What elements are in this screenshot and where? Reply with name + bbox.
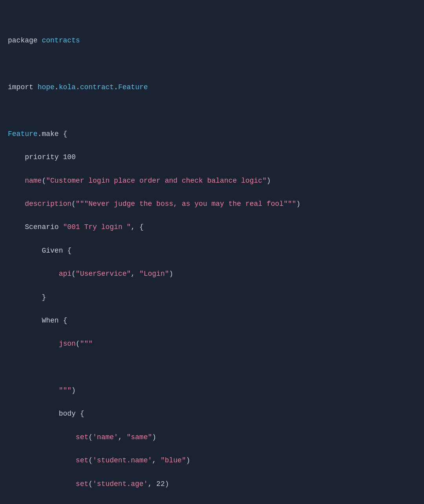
line-set2: set('student.name', "blue") (8, 455, 416, 467)
line-when: When { (8, 315, 416, 327)
line-package: package contracts (8, 35, 416, 47)
line-import: import hope.kola.contract.Feature (8, 82, 416, 93)
line-api: api("UserService", "Login") (8, 268, 416, 280)
line-given: Given { (8, 245, 416, 257)
line-scenario: Scenario "001 Try login ", { (8, 222, 416, 233)
line-desc: description("""Never judge the boss, as … (8, 198, 416, 210)
code-editor: package contracts import hope.kola.contr… (8, 12, 416, 504)
line-empty-2 (8, 105, 416, 117)
line-feature: Feature.make { (8, 128, 416, 140)
line-body: body { (8, 408, 416, 420)
line-json-empty (8, 362, 416, 374)
line-set1: set('name', "same") (8, 432, 416, 444)
line-set4: set('student.weight', 123.3d) (8, 502, 416, 504)
line-json-close: """) (8, 385, 416, 397)
line-set3: set('student.age', 22) (8, 478, 416, 490)
line-empty-1 (8, 59, 416, 70)
line-name: name("Customer login place order and che… (8, 175, 416, 187)
line-given-close: } (8, 292, 416, 304)
line-priority: priority 100 (8, 152, 416, 163)
line-json-open: json(""" (8, 338, 416, 350)
